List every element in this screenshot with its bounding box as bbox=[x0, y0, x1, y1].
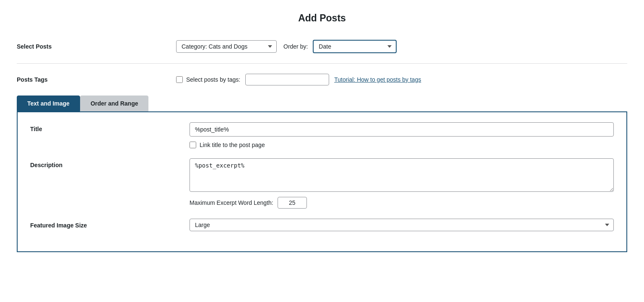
tab-panel-text-and-image: Title Link title to the post page Descri… bbox=[17, 111, 627, 252]
title-input[interactable] bbox=[190, 122, 614, 137]
tutorial-link[interactable]: Tutorial: How to get posts by tags bbox=[334, 76, 421, 83]
select-posts-label: Select Posts bbox=[17, 43, 176, 50]
tab-text-and-image[interactable]: Text and Image bbox=[17, 96, 80, 111]
category-select[interactable]: Category: Cats and Dogs Category: All Ca… bbox=[176, 40, 277, 53]
page-title: Add Posts bbox=[17, 13, 627, 24]
order-by-label: Order by: bbox=[283, 43, 308, 50]
select-by-tags-checkbox[interactable] bbox=[176, 76, 183, 83]
tab-order-and-range[interactable]: Order and Range bbox=[80, 96, 149, 111]
link-title-text: Link title to the post page bbox=[200, 142, 265, 148]
select-posts-row: Select Posts Category: Cats and Dogs Cat… bbox=[17, 36, 627, 57]
featured-image-size-controls: Large Medium Small Thumbnail bbox=[190, 219, 614, 231]
tabs-container: Text and Image Order and Range bbox=[17, 96, 627, 111]
posts-tags-controls: Select posts by tags: Tutorial: How to g… bbox=[176, 74, 421, 85]
excerpt-word-length-label: Maximum Excerpt Word Length: bbox=[190, 199, 273, 206]
title-label: Title bbox=[30, 122, 190, 132]
featured-image-size-row: Featured Image Size Large Medium Small T… bbox=[30, 219, 614, 231]
description-textarea[interactable]: %post_excerpt% bbox=[190, 158, 614, 192]
link-title-checkbox-label[interactable]: Link title to the post page bbox=[190, 142, 614, 148]
excerpt-word-length-input[interactable] bbox=[278, 197, 307, 209]
featured-image-size-select[interactable]: Large Medium Small Thumbnail bbox=[190, 219, 614, 231]
select-posts-controls: Category: Cats and Dogs Category: All Ca… bbox=[176, 40, 397, 53]
posts-tags-row: Posts Tags Select posts by tags: Tutoria… bbox=[17, 70, 627, 89]
link-title-checkbox[interactable] bbox=[190, 142, 196, 148]
order-by-select[interactable]: Date Title Modified Random bbox=[313, 40, 397, 53]
select-by-tags-text: Select posts by tags: bbox=[186, 76, 240, 83]
description-row: Description %post_excerpt% Maximum Excer… bbox=[30, 158, 614, 209]
tags-input[interactable] bbox=[245, 74, 329, 85]
featured-image-size-label: Featured Image Size bbox=[30, 219, 190, 229]
title-controls: Link title to the post page bbox=[190, 122, 614, 148]
divider-1 bbox=[17, 63, 627, 64]
posts-tags-label: Posts Tags bbox=[17, 76, 176, 83]
description-controls: %post_excerpt% Maximum Excerpt Word Leng… bbox=[190, 158, 614, 209]
select-by-tags-checkbox-label[interactable]: Select posts by tags: bbox=[176, 76, 240, 83]
description-label: Description bbox=[30, 158, 190, 168]
excerpt-word-length-row: Maximum Excerpt Word Length: bbox=[190, 197, 614, 209]
title-row: Title Link title to the post page bbox=[30, 122, 614, 148]
